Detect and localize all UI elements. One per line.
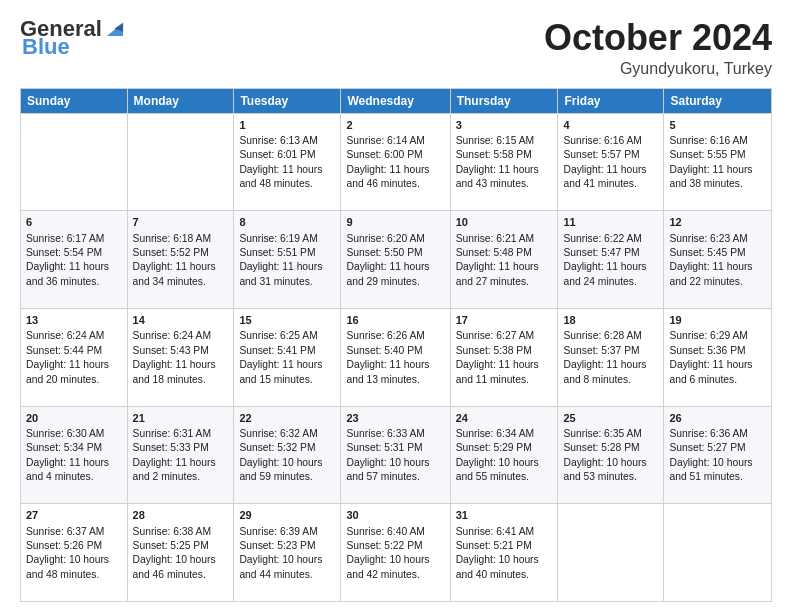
- day-number: 15: [239, 313, 335, 328]
- day-number: 25: [563, 411, 658, 426]
- day-number: 11: [563, 215, 658, 230]
- month-title: October 2024: [544, 18, 772, 58]
- day-number: 12: [669, 215, 766, 230]
- calendar-cell: 20Sunrise: 6:30 AMSunset: 5:34 PMDayligh…: [21, 406, 128, 504]
- day-number: 5: [669, 118, 766, 133]
- day-number: 4: [563, 118, 658, 133]
- calendar-cell: 5Sunrise: 6:16 AMSunset: 5:55 PMDaylight…: [664, 113, 772, 211]
- day-number: 7: [133, 215, 229, 230]
- calendar-cell: 7Sunrise: 6:18 AMSunset: 5:52 PMDaylight…: [127, 211, 234, 309]
- weekday-header-sunday: Sunday: [21, 88, 128, 113]
- day-number: 3: [456, 118, 553, 133]
- calendar-cell: 9Sunrise: 6:20 AMSunset: 5:50 PMDaylight…: [341, 211, 450, 309]
- calendar-cell: 22Sunrise: 6:32 AMSunset: 5:32 PMDayligh…: [234, 406, 341, 504]
- calendar-cell: 25Sunrise: 6:35 AMSunset: 5:28 PMDayligh…: [558, 406, 664, 504]
- calendar-week-row: 27Sunrise: 6:37 AMSunset: 5:26 PMDayligh…: [21, 504, 772, 602]
- day-number: 9: [346, 215, 444, 230]
- weekday-header-friday: Friday: [558, 88, 664, 113]
- day-number: 31: [456, 508, 553, 523]
- day-number: 19: [669, 313, 766, 328]
- weekday-header-saturday: Saturday: [664, 88, 772, 113]
- logo-icon: [104, 17, 126, 39]
- day-number: 13: [26, 313, 122, 328]
- day-number: 26: [669, 411, 766, 426]
- calendar-week-row: 6Sunrise: 6:17 AMSunset: 5:54 PMDaylight…: [21, 211, 772, 309]
- weekday-header-monday: Monday: [127, 88, 234, 113]
- calendar-cell: [127, 113, 234, 211]
- day-number: 29: [239, 508, 335, 523]
- page: General Blue October 2024 Gyundyukoru, T…: [0, 0, 792, 612]
- day-number: 20: [26, 411, 122, 426]
- calendar-cell: 4Sunrise: 6:16 AMSunset: 5:57 PMDaylight…: [558, 113, 664, 211]
- weekday-header-wednesday: Wednesday: [341, 88, 450, 113]
- calendar-table: SundayMondayTuesdayWednesdayThursdayFrid…: [20, 88, 772, 602]
- title-block: October 2024 Gyundyukoru, Turkey: [544, 18, 772, 78]
- calendar-cell: 11Sunrise: 6:22 AMSunset: 5:47 PMDayligh…: [558, 211, 664, 309]
- weekday-header-tuesday: Tuesday: [234, 88, 341, 113]
- calendar-header-row: SundayMondayTuesdayWednesdayThursdayFrid…: [21, 88, 772, 113]
- calendar-cell: 18Sunrise: 6:28 AMSunset: 5:37 PMDayligh…: [558, 308, 664, 406]
- calendar-cell: 21Sunrise: 6:31 AMSunset: 5:33 PMDayligh…: [127, 406, 234, 504]
- day-number: 17: [456, 313, 553, 328]
- calendar-cell: 8Sunrise: 6:19 AMSunset: 5:51 PMDaylight…: [234, 211, 341, 309]
- day-number: 21: [133, 411, 229, 426]
- day-number: 28: [133, 508, 229, 523]
- calendar-cell: [21, 113, 128, 211]
- calendar-cell: 13Sunrise: 6:24 AMSunset: 5:44 PMDayligh…: [21, 308, 128, 406]
- calendar-week-row: 20Sunrise: 6:30 AMSunset: 5:34 PMDayligh…: [21, 406, 772, 504]
- calendar-cell: 30Sunrise: 6:40 AMSunset: 5:22 PMDayligh…: [341, 504, 450, 602]
- calendar-cell: 24Sunrise: 6:34 AMSunset: 5:29 PMDayligh…: [450, 406, 558, 504]
- calendar-cell: 2Sunrise: 6:14 AMSunset: 6:00 PMDaylight…: [341, 113, 450, 211]
- calendar-cell: 27Sunrise: 6:37 AMSunset: 5:26 PMDayligh…: [21, 504, 128, 602]
- calendar-cell: 31Sunrise: 6:41 AMSunset: 5:21 PMDayligh…: [450, 504, 558, 602]
- day-number: 8: [239, 215, 335, 230]
- calendar-cell: 3Sunrise: 6:15 AMSunset: 5:58 PMDaylight…: [450, 113, 558, 211]
- day-number: 23: [346, 411, 444, 426]
- weekday-header-thursday: Thursday: [450, 88, 558, 113]
- calendar-cell: [558, 504, 664, 602]
- day-number: 22: [239, 411, 335, 426]
- header: General Blue October 2024 Gyundyukoru, T…: [20, 18, 772, 78]
- calendar-cell: 17Sunrise: 6:27 AMSunset: 5:38 PMDayligh…: [450, 308, 558, 406]
- calendar-cell: 14Sunrise: 6:24 AMSunset: 5:43 PMDayligh…: [127, 308, 234, 406]
- calendar-week-row: 13Sunrise: 6:24 AMSunset: 5:44 PMDayligh…: [21, 308, 772, 406]
- day-number: 24: [456, 411, 553, 426]
- calendar-cell: 29Sunrise: 6:39 AMSunset: 5:23 PMDayligh…: [234, 504, 341, 602]
- location-title: Gyundyukoru, Turkey: [544, 60, 772, 78]
- calendar-cell: 12Sunrise: 6:23 AMSunset: 5:45 PMDayligh…: [664, 211, 772, 309]
- calendar-cell: 26Sunrise: 6:36 AMSunset: 5:27 PMDayligh…: [664, 406, 772, 504]
- day-number: 10: [456, 215, 553, 230]
- day-number: 27: [26, 508, 122, 523]
- day-number: 16: [346, 313, 444, 328]
- day-number: 6: [26, 215, 122, 230]
- calendar-cell: 10Sunrise: 6:21 AMSunset: 5:48 PMDayligh…: [450, 211, 558, 309]
- logo: General Blue: [20, 18, 126, 58]
- calendar-cell: 15Sunrise: 6:25 AMSunset: 5:41 PMDayligh…: [234, 308, 341, 406]
- calendar-cell: [664, 504, 772, 602]
- logo-blue-text: Blue: [22, 36, 70, 58]
- calendar-cell: 1Sunrise: 6:13 AMSunset: 6:01 PMDaylight…: [234, 113, 341, 211]
- day-number: 30: [346, 508, 444, 523]
- calendar-week-row: 1Sunrise: 6:13 AMSunset: 6:01 PMDaylight…: [21, 113, 772, 211]
- calendar-cell: 16Sunrise: 6:26 AMSunset: 5:40 PMDayligh…: [341, 308, 450, 406]
- calendar-cell: 6Sunrise: 6:17 AMSunset: 5:54 PMDaylight…: [21, 211, 128, 309]
- calendar-cell: 23Sunrise: 6:33 AMSunset: 5:31 PMDayligh…: [341, 406, 450, 504]
- day-number: 1: [239, 118, 335, 133]
- calendar-cell: 19Sunrise: 6:29 AMSunset: 5:36 PMDayligh…: [664, 308, 772, 406]
- day-number: 2: [346, 118, 444, 133]
- day-number: 18: [563, 313, 658, 328]
- calendar-cell: 28Sunrise: 6:38 AMSunset: 5:25 PMDayligh…: [127, 504, 234, 602]
- day-number: 14: [133, 313, 229, 328]
